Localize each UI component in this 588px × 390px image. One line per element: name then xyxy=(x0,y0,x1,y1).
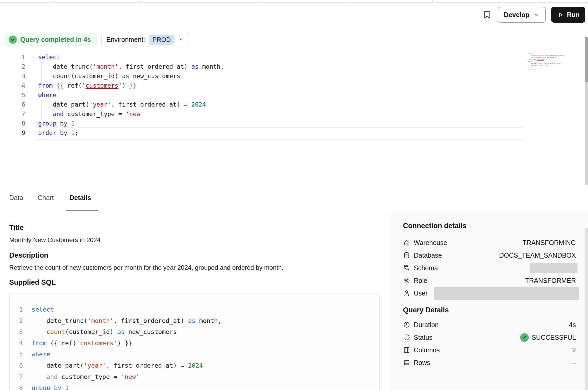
token-p: new_customers xyxy=(125,328,177,336)
token-su: customers xyxy=(537,59,544,60)
check-circle-icon xyxy=(9,36,17,44)
code-text: date_part('year', first_ordered_at) = 20… xyxy=(528,62,561,64)
token-n: 1 xyxy=(71,129,75,136)
code-line[interactable]: 5where xyxy=(10,349,379,360)
play-icon xyxy=(557,11,564,18)
code-line[interactable]: 1select xyxy=(10,304,379,315)
token-p: customer_id xyxy=(535,57,543,58)
tab-data[interactable]: Data xyxy=(9,194,23,202)
code-line[interactable]: 9order by 1; xyxy=(526,68,560,70)
token-k: from xyxy=(38,82,53,89)
token-k: where xyxy=(38,92,56,98)
line-number: 9 xyxy=(0,128,25,138)
tab-chart[interactable]: Chart xyxy=(38,194,54,202)
query-label: Duration xyxy=(414,321,439,329)
connection-details-list: WarehouseTRANSFORMINGDatabaseDOCS_TEAM_S… xyxy=(403,236,588,299)
role-icon xyxy=(403,277,410,284)
token-k: from xyxy=(32,339,47,347)
token-p: , first_ordered_at xyxy=(542,63,555,64)
code-line[interactable]: 9order by 1; xyxy=(0,128,524,138)
tab-divider xyxy=(347,0,347,2)
token-p: customer_id xyxy=(74,73,114,79)
code-text: date_part('year', first_ordered_at) = 20… xyxy=(38,100,206,109)
code-text: count(customer_id) as new_customers xyxy=(32,326,177,338)
code-line[interactable]: 5where xyxy=(526,61,560,62)
token-s: ' xyxy=(118,82,122,89)
token-p: date_part( xyxy=(32,362,84,369)
code-line[interactable]: 3 count(customer_id) as new_customers xyxy=(526,57,560,58)
line-number: 4 xyxy=(10,338,23,349)
token-k: select xyxy=(32,306,54,313)
token-s: 'customers' xyxy=(76,339,117,347)
code-line[interactable]: 6 date_part('year', first_ordered_at) = … xyxy=(526,62,560,64)
token-p: new_customers xyxy=(546,57,556,58)
token-k: as xyxy=(188,317,195,324)
connection-details-heading: Connection details xyxy=(403,222,467,230)
code-line[interactable]: 8group by 1 xyxy=(10,382,379,390)
token-s: 'month' xyxy=(87,317,113,324)
line-number: 4 xyxy=(0,81,25,90)
code-text: date_trunc('month', first_ordered_at) as… xyxy=(32,315,222,327)
query-row-duration: Duration4s xyxy=(403,318,588,331)
tab-details[interactable]: Details xyxy=(69,194,91,202)
code-line[interactable]: 4from {{ ref('customers') }} xyxy=(526,59,560,61)
token-p: month, xyxy=(198,63,224,70)
code-line[interactable]: 7 and customer_type = 'new' xyxy=(10,371,379,383)
code-line[interactable]: 4from {{ ref('customers') }} xyxy=(10,338,379,349)
token-s: ' xyxy=(82,82,86,89)
code-line[interactable]: 1select xyxy=(0,52,524,62)
environment-label: Environment: xyxy=(106,36,145,43)
title-heading: Title xyxy=(9,224,24,232)
code-line[interactable]: 2 date_trunc('month', first_ordered_at) … xyxy=(526,55,560,57)
code-text: order by 1; xyxy=(528,68,536,70)
connection-label: Role xyxy=(414,277,427,284)
description-heading: Description xyxy=(9,251,48,259)
run-button[interactable]: Run xyxy=(551,7,585,23)
code-text: group by 1 xyxy=(38,119,75,128)
token-p: {{ ref( xyxy=(47,339,76,347)
code-line[interactable]: 7 and customer_type = 'new' xyxy=(526,64,560,66)
connection-row-schema: Schema xyxy=(403,262,588,274)
sql-editor[interactable]: 1select2 date_trunc('month', first_order… xyxy=(0,46,588,185)
environment-selector[interactable]: Environment: PROD xyxy=(101,33,189,46)
editor-scrollbar[interactable] xyxy=(585,37,588,208)
token-p: customer_type = xyxy=(533,64,545,66)
description-value: Retrieve the count of new customers per … xyxy=(9,264,378,271)
code-line[interactable]: 7 and customer_type = 'new' xyxy=(0,109,524,119)
token-s: 'month' xyxy=(539,55,544,56)
schema-icon xyxy=(403,264,410,272)
code-line[interactable]: 8group by 1 xyxy=(0,119,524,128)
code-line[interactable]: 5where xyxy=(0,90,524,100)
token-k: where xyxy=(32,351,50,358)
token-p: date_part xyxy=(38,101,86,108)
code-line[interactable]: 2 date_trunc('month', first_ordered_at) … xyxy=(10,315,379,327)
code-text: where xyxy=(32,349,50,360)
editor-scrollbar-thumb[interactable] xyxy=(585,37,588,82)
panel-scrollbar[interactable] xyxy=(585,228,588,390)
code-line[interactable]: 6 date_part('year', first_ordered_at) = … xyxy=(0,100,524,109)
query-row-status: StatusSUCCESSFUL xyxy=(403,331,588,344)
code-text: count(customer_id) as new_customers xyxy=(38,71,180,81)
warehouse-icon xyxy=(403,239,410,246)
line-number: 3 xyxy=(0,71,25,81)
query-details-list: Duration4sStatusSUCCESSFULColumns2Rows--… xyxy=(403,318,588,369)
code-line[interactable]: 1select xyxy=(526,53,560,55)
code-line[interactable]: 6 date_part('year', first_ordered_at) = … xyxy=(10,360,379,371)
connection-value: TRANSFORMING xyxy=(522,239,576,247)
code-line[interactable]: 4from {{ ref('customers') }} xyxy=(0,81,524,90)
code-line[interactable]: 3 count(customer_id) as new_customers xyxy=(0,71,524,81)
code-text: count(customer_id) as new_customers xyxy=(528,57,556,58)
tab-divider xyxy=(262,0,262,2)
chevron-down-icon xyxy=(178,37,184,43)
develop-menu-button[interactable]: Develop xyxy=(498,7,546,23)
minimap[interactable]: 1select2 date_trunc('month', first_order… xyxy=(526,53,560,70)
query-status-text: Query completed in 4s xyxy=(20,36,91,43)
code-text: select xyxy=(38,52,60,62)
bookmark-button[interactable] xyxy=(480,8,492,22)
code-line[interactable]: 8group by 1 xyxy=(526,66,560,68)
query-status-pill: Query completed in 4s xyxy=(5,33,97,46)
code-line[interactable]: 3 count(customer_id) as new_customers xyxy=(10,326,379,338)
token-p: ; xyxy=(75,129,78,136)
code-line[interactable]: 2 date_trunc('month', first_ordered_at) … xyxy=(0,62,524,71)
ide-window: Develop Run Query completed in 4s Enviro… xyxy=(0,0,588,390)
